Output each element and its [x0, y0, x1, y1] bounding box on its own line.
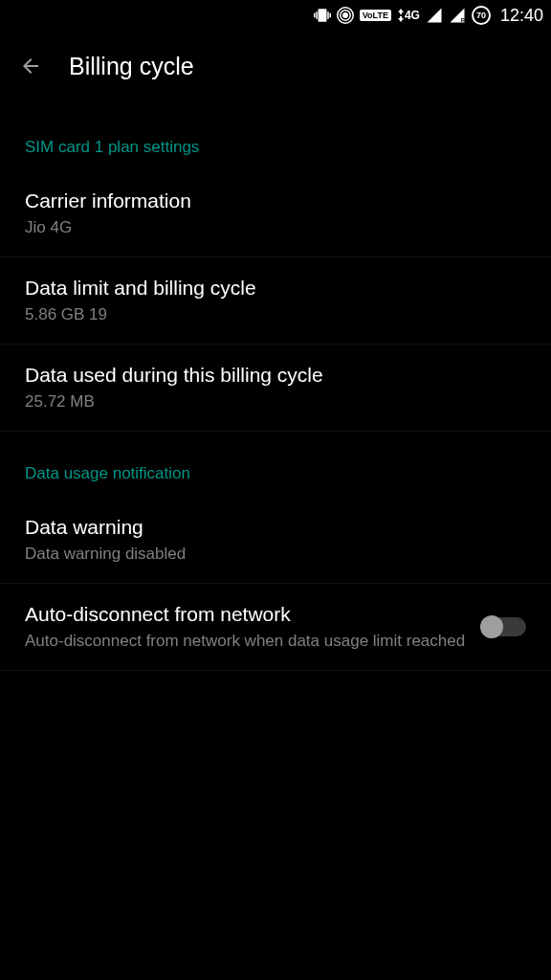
battery-icon: 70: [472, 6, 491, 25]
setting-subtitle: 25.72 MB: [25, 392, 526, 412]
network-type-indicator: 4G: [397, 9, 420, 22]
setting-subtitle: Jio 4G: [25, 218, 526, 237]
setting-data-warning[interactable]: Data warning Data warning disabled: [0, 497, 551, 584]
app-bar: Billing cycle: [0, 31, 551, 101]
section-header-plan-settings: SIM card 1 plan settings: [0, 124, 551, 170]
status-bar: VoLTE 4G R 70 12:40: [0, 0, 551, 31]
setting-carrier-information[interactable]: Carrier information Jio 4G: [0, 170, 551, 257]
setting-data-limit[interactable]: Data limit and billing cycle 5.86 GB 19: [0, 257, 551, 345]
setting-title: Data warning: [25, 516, 526, 539]
hotspot-icon: [337, 7, 354, 24]
setting-subtitle: 5.86 GB 19: [25, 305, 526, 324]
setting-subtitle: Auto-disconnect from network when data u…: [25, 632, 467, 651]
setting-data-used[interactable]: Data used during this billing cycle 25.7…: [0, 345, 551, 432]
signal-icon-2: R: [449, 7, 466, 24]
setting-title: Auto-disconnect from network: [25, 603, 467, 626]
signal-icon-1: [426, 7, 443, 24]
svg-text:R: R: [461, 17, 466, 23]
content: SIM card 1 plan settings Carrier informa…: [0, 101, 551, 671]
svg-point-0: [343, 13, 348, 18]
setting-auto-disconnect[interactable]: Auto-disconnect from network Auto-discon…: [0, 584, 551, 671]
setting-subtitle: Data warning disabled: [25, 545, 526, 564]
page-title: Billing cycle: [69, 53, 194, 80]
auto-disconnect-toggle[interactable]: [482, 617, 526, 636]
toggle-thumb: [480, 615, 503, 638]
setting-title: Data used during this billing cycle: [25, 364, 526, 387]
section-header-data-usage-notification: Data usage notification: [0, 451, 551, 497]
setting-title: Carrier information: [25, 189, 526, 212]
back-button[interactable]: [19, 55, 42, 78]
setting-title: Data limit and billing cycle: [25, 277, 526, 300]
vibrate-icon: [314, 7, 331, 24]
volte-badge: VoLTE: [360, 10, 391, 21]
clock: 12:40: [500, 6, 543, 26]
